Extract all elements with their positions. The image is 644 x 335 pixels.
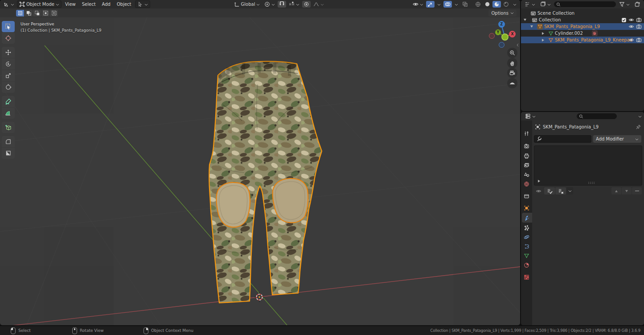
tool-scale[interactable] <box>2 70 15 81</box>
tool-move[interactable] <box>2 47 15 58</box>
outliner-row-pants-object[interactable]: SKM_Pants_Patagonia_L9 <box>521 23 644 30</box>
viewport-canvas[interactable]: User Perspective (1) Collection | SKM_Pa… <box>0 17 520 325</box>
tool-measure[interactable] <box>2 108 15 119</box>
apply-all-button[interactable] <box>544 187 555 194</box>
tool-extra-corner[interactable] <box>2 148 15 159</box>
proportional-editing-toggle[interactable] <box>302 1 311 8</box>
modifier-stack-panel[interactable] <box>534 145 642 186</box>
pivot-point-dropdown[interactable] <box>263 1 277 8</box>
menu-view[interactable]: View <box>62 0 78 8</box>
overlays-dropdown[interactable] <box>453 2 460 7</box>
snap-with-dropdown[interactable] <box>287 1 301 8</box>
outliner-row-collection[interactable]: Collection <box>521 17 644 23</box>
zoom-view-button[interactable] <box>507 48 517 58</box>
gizmo-z-axis[interactable]: Z <box>498 21 505 28</box>
collapse-arrow-icon[interactable] <box>542 39 544 41</box>
remove-all-button[interactable] <box>555 187 566 194</box>
tab-object-data[interactable] <box>521 251 532 261</box>
gizmo-y-neg-axis[interactable] <box>501 33 509 41</box>
active-tool-dropdown[interactable] <box>135 0 150 8</box>
outliner-row-cylinder[interactable]: Cylinder.002 <box>521 30 644 37</box>
select-intersect-button[interactable] <box>50 10 58 17</box>
tool-rotate[interactable] <box>2 58 15 70</box>
panel-resize-grip[interactable] <box>588 182 595 184</box>
tab-scene[interactable] <box>521 170 532 179</box>
move-up-button[interactable] <box>611 187 621 194</box>
panel-expand-icon[interactable] <box>538 180 540 182</box>
toggle-perspective-button[interactable] <box>507 78 517 88</box>
expand-arrow-icon[interactable] <box>524 19 526 21</box>
menu-add[interactable]: Add <box>99 0 113 8</box>
tool-add-cube[interactable] <box>2 122 15 133</box>
collapse-arrow-icon[interactable] <box>542 32 544 35</box>
tab-constraints[interactable] <box>521 241 532 251</box>
camera-view-button[interactable] <box>507 68 517 78</box>
outliner-search-input[interactable] <box>554 1 616 7</box>
tool-transform[interactable] <box>2 82 15 93</box>
camera-icon[interactable] <box>636 37 642 43</box>
tab-modifiers[interactable] <box>522 213 532 223</box>
shading-wireframe-button[interactable] <box>474 1 482 8</box>
pan-view-button[interactable] <box>507 58 517 68</box>
toggle-visibility-button[interactable] <box>533 187 544 194</box>
shading-material-button[interactable] <box>492 1 501 8</box>
eye-icon[interactable] <box>628 17 634 23</box>
list-options-chevron[interactable] <box>566 187 573 194</box>
show-overlays-toggle[interactable] <box>443 1 452 8</box>
editor-type-button[interactable] <box>2 1 16 8</box>
tab-world[interactable] <box>521 179 532 189</box>
menu-object[interactable]: Object <box>114 0 134 8</box>
properties-options-chevron[interactable] <box>638 115 642 118</box>
outliner-row-scene-collection[interactable]: Scene Collection <box>521 10 644 17</box>
tool-annotate[interactable] <box>2 96 15 107</box>
tab-texture[interactable] <box>521 272 532 282</box>
mode-dropdown[interactable]: Object Mode <box>17 0 62 8</box>
tab-collection[interactable] <box>521 191 532 201</box>
object-type-visibility-dropdown[interactable] <box>411 1 425 8</box>
move-down-button[interactable] <box>622 187 632 194</box>
gizmo-dropdown[interactable] <box>435 2 443 7</box>
gizmo-y-axis[interactable]: Y <box>495 29 501 35</box>
options-dropdown[interactable]: Options <box>488 10 517 17</box>
shading-dropdown[interactable] <box>511 2 518 7</box>
select-invert-button[interactable] <box>41 10 49 17</box>
outliner-row-kneepad-object[interactable]: SKM_Pants_Patagonia_L9_Kneepad <box>521 37 644 43</box>
outliner-display-mode-dropdown[interactable] <box>538 1 553 8</box>
gizmo-z-neg-axis[interactable] <box>499 42 505 48</box>
proportional-falloff-dropdown[interactable] <box>312 1 326 8</box>
xray-toggle[interactable] <box>461 1 469 8</box>
tab-tool[interactable] <box>521 128 532 138</box>
navigation-gizmo[interactable]: Z Y X <box>488 19 518 50</box>
properties-editor-type-button[interactable] <box>523 113 537 120</box>
sidebar-toggle-arrow[interactable] <box>516 43 520 48</box>
tab-render[interactable] <box>521 141 532 151</box>
eye-icon[interactable] <box>628 24 634 29</box>
tab-physics[interactable] <box>521 232 532 242</box>
shading-solid-button[interactable] <box>483 1 492 8</box>
checkbox-icon[interactable] <box>621 17 627 23</box>
expand-arrow-icon[interactable] <box>530 25 533 28</box>
eye-icon[interactable] <box>628 37 634 43</box>
outliner-filter-dropdown[interactable] <box>617 1 632 8</box>
tool-extra-arc[interactable] <box>2 136 15 147</box>
tab-object[interactable] <box>521 203 532 213</box>
outliner-editor-type-button[interactable] <box>523 1 537 8</box>
snap-toggle[interactable] <box>278 1 286 8</box>
camera-icon[interactable] <box>636 24 642 29</box>
transform-orientation-dropdown[interactable]: Global <box>232 1 262 8</box>
tab-view-layer[interactable] <box>521 160 532 170</box>
select-extend-button[interactable] <box>25 10 33 17</box>
tool-cursor[interactable] <box>2 33 15 44</box>
show-gizmo-toggle[interactable] <box>426 1 435 8</box>
select-set-button[interactable] <box>16 10 24 17</box>
shading-rendered-button[interactable] <box>502 1 510 8</box>
tool-select-box[interactable] <box>2 21 15 32</box>
gizmo-x-axis[interactable]: X <box>509 31 516 37</box>
tab-output[interactable] <box>521 151 532 161</box>
modifier-search-field[interactable] <box>534 135 591 143</box>
menu-select[interactable]: Select <box>79 0 98 8</box>
select-subtract-button[interactable] <box>33 10 41 17</box>
add-modifier-button[interactable]: Add Modifier <box>593 135 641 143</box>
gizmo-x-neg-axis[interactable] <box>489 33 495 39</box>
remove-button[interactable] <box>632 187 642 194</box>
